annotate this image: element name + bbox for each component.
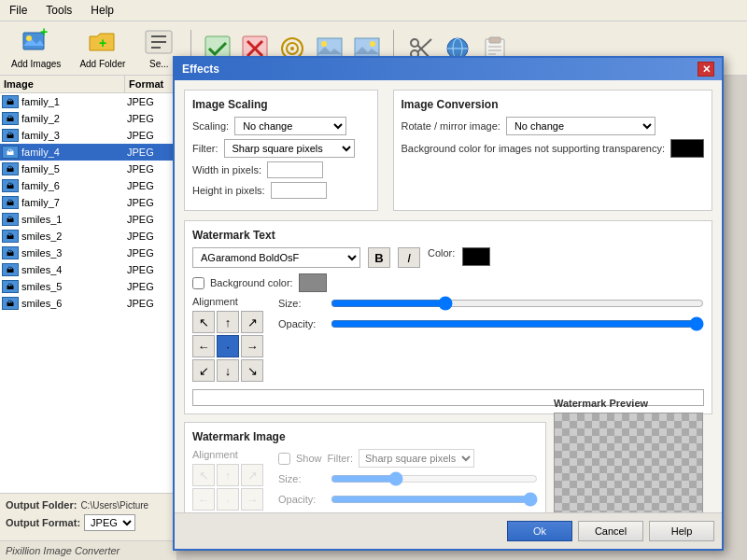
dialog-close-button[interactable]: ✕ bbox=[698, 62, 714, 77]
dialog-top-row: Image Scaling Scaling: No change Fit to … bbox=[184, 90, 712, 211]
menu-help[interactable]: Help bbox=[85, 2, 120, 19]
file-icon-family_2 bbox=[2, 112, 19, 125]
output-folder-value: C:\Users\Picture bbox=[80, 500, 148, 511]
wm-align-tl-button: ↖ bbox=[192, 464, 215, 486]
file-row-family_1[interactable]: family_1JPEG bbox=[0, 93, 176, 110]
ok-button[interactable]: Ok bbox=[507, 521, 572, 541]
size-label: Size: bbox=[278, 298, 325, 309]
file-format-smiles_4: JPEG bbox=[123, 264, 175, 275]
file-name-smiles_1: smiles_1 bbox=[21, 214, 123, 225]
file-row-family_5[interactable]: family_5JPEG bbox=[0, 161, 176, 177]
scaling-select[interactable]: No change Fit to size Stretch to size Pe… bbox=[234, 117, 346, 135]
wm-opacity-slider bbox=[331, 492, 538, 507]
file-row-smiles_3[interactable]: smiles_3JPEG bbox=[0, 245, 176, 261]
file-format-smiles_2: JPEG bbox=[123, 231, 175, 242]
add-images-button[interactable]: + Add Images bbox=[6, 25, 66, 71]
bg-color-swatch[interactable] bbox=[670, 139, 704, 158]
width-row: Width in pixels: bbox=[192, 161, 370, 178]
left-bottom: Output Folder: C:\Users\Picture Output F… bbox=[0, 493, 176, 540]
align-bl-button[interactable]: ↙ bbox=[192, 359, 215, 382]
filter-row: Filter: Sharp square pixels Bilinear Bic… bbox=[192, 139, 370, 158]
file-row-smiles_4[interactable]: smiles_4JPEG bbox=[0, 261, 176, 278]
align-tr-button[interactable]: ↗ bbox=[241, 311, 263, 333]
file-name-family_6: family_6 bbox=[21, 180, 123, 191]
bold-button[interactable]: B bbox=[368, 247, 390, 268]
align-ml-button[interactable]: ← bbox=[192, 335, 215, 357]
align-tc-button[interactable]: ↑ bbox=[217, 311, 239, 333]
image-conversion-title: Image Conversion bbox=[402, 98, 705, 111]
wm-align-ml-button: ← bbox=[192, 488, 215, 511]
file-name-smiles_4: smiles_4 bbox=[21, 264, 123, 275]
wm-align-mr-button: → bbox=[241, 488, 263, 511]
rotate-select[interactable]: No change Rotate 90° CW Rotate 90° CCW R… bbox=[506, 117, 655, 135]
file-format-smiles_6: JPEG bbox=[123, 298, 175, 309]
file-row-family_6[interactable]: family_6JPEG bbox=[0, 177, 176, 194]
settings-label: Se... bbox=[149, 59, 169, 69]
output-format-select[interactable]: JPEG bbox=[84, 514, 135, 531]
text-sliders-group: Size: Opacity: bbox=[278, 296, 704, 382]
file-row-smiles_5[interactable]: smiles_5JPEG bbox=[0, 278, 176, 295]
menu-file[interactable]: File bbox=[4, 2, 33, 19]
watermark-font-row: AGaramond BoldOsF B I Color: bbox=[192, 247, 704, 268]
file-format-family_3: JPEG bbox=[123, 130, 175, 141]
bg-color-checkbox[interactable] bbox=[192, 277, 204, 289]
file-row-family_3[interactable]: family_3JPEG bbox=[0, 127, 176, 144]
align-bc-button[interactable]: ↓ bbox=[217, 359, 239, 382]
file-icon-family_7 bbox=[2, 196, 19, 209]
text-color-swatch[interactable] bbox=[462, 247, 490, 266]
size-slider-row: Size: bbox=[278, 296, 704, 311]
width-input[interactable] bbox=[267, 161, 323, 178]
filter-select[interactable]: Sharp square pixels Bilinear Bicubic bbox=[224, 139, 355, 158]
dialog-content: Image Scaling Scaling: No change Fit to … bbox=[175, 80, 722, 512]
add-folder-button[interactable]: + Add Folder bbox=[74, 25, 131, 71]
scaling-label: Scaling: bbox=[192, 120, 229, 132]
watermark-text-title: Watermark Text bbox=[192, 229, 704, 242]
col-image-header: Image bbox=[0, 76, 125, 92]
align-mr-button[interactable]: → bbox=[241, 335, 263, 357]
wm-opacity-row: Opacity: bbox=[278, 492, 538, 507]
file-name-smiles_5: smiles_5 bbox=[21, 281, 123, 292]
file-icon-family_6 bbox=[2, 179, 19, 192]
file-row-smiles_2[interactable]: smiles_2JPEG bbox=[0, 228, 176, 245]
svg-point-15 bbox=[290, 47, 294, 50]
height-row: Height in pixels: bbox=[192, 182, 370, 199]
file-row-family_7[interactable]: family_7JPEG bbox=[0, 194, 176, 211]
file-row-family_2[interactable]: family_2JPEG bbox=[0, 110, 176, 127]
size-slider[interactable] bbox=[331, 296, 704, 311]
wm-size-row: Size: bbox=[278, 471, 538, 486]
file-format-smiles_3: JPEG bbox=[123, 247, 175, 259]
help-button[interactable]: Help bbox=[649, 521, 714, 541]
rotate-label: Rotate / mirror image: bbox=[402, 120, 500, 132]
svg-point-2 bbox=[26, 35, 32, 41]
file-icon-family_5 bbox=[2, 162, 19, 175]
menu-bar: File Tools Help bbox=[0, 0, 747, 21]
align-br-button[interactable]: ↘ bbox=[241, 359, 263, 382]
file-icon-smiles_6 bbox=[2, 297, 19, 310]
file-row-smiles_6[interactable]: smiles_6JPEG bbox=[0, 295, 176, 312]
file-name-smiles_6: smiles_6 bbox=[21, 298, 123, 309]
bg-color-text-swatch[interactable] bbox=[299, 273, 327, 292]
add-folder-icon: + bbox=[88, 27, 118, 57]
file-format-family_1: JPEG bbox=[123, 96, 175, 107]
align-mc-button[interactable]: · bbox=[217, 335, 239, 357]
file-format-family_7: JPEG bbox=[123, 197, 175, 208]
align-tl-button[interactable]: ↖ bbox=[192, 311, 215, 333]
file-name-family_4: family_4 bbox=[21, 147, 123, 158]
file-name-smiles_3: smiles_3 bbox=[21, 247, 123, 259]
output-folder-row: Output Folder: C:\Users\Picture bbox=[6, 499, 171, 511]
menu-tools[interactable]: Tools bbox=[40, 2, 78, 19]
file-format-smiles_1: JPEG bbox=[123, 214, 175, 225]
cancel-button[interactable]: Cancel bbox=[578, 521, 643, 541]
opacity-slider[interactable] bbox=[331, 316, 704, 331]
col-format-header: Format bbox=[125, 76, 176, 92]
opacity-label: Opacity: bbox=[278, 318, 325, 329]
font-select[interactable]: AGaramond BoldOsF bbox=[192, 247, 360, 268]
file-icon-smiles_2 bbox=[2, 230, 19, 243]
wm-filter-label: Filter: bbox=[328, 453, 354, 464]
width-label: Width in pixels: bbox=[192, 164, 261, 175]
file-row-family_4[interactable]: family_4JPEG bbox=[0, 144, 176, 161]
height-input[interactable] bbox=[271, 182, 327, 199]
italic-button[interactable]: I bbox=[398, 247, 420, 268]
rotate-row: Rotate / mirror image: No change Rotate … bbox=[402, 117, 705, 135]
file-row-smiles_1[interactable]: smiles_1JPEG bbox=[0, 211, 176, 228]
